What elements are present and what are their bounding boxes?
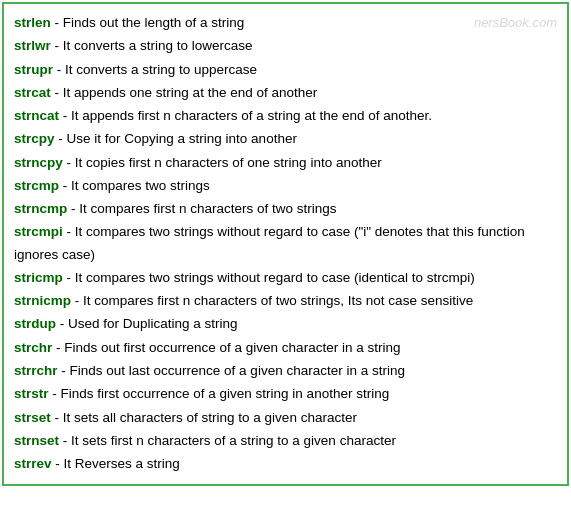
func-name: strstr [14, 386, 49, 401]
list-item: strnset - It sets first n characters of … [14, 430, 557, 452]
func-name: strnicmp [14, 293, 71, 308]
list-item: stricmp - It compares two strings withou… [14, 267, 557, 289]
func-name: strdup [14, 316, 56, 331]
entries-list: strlen - Finds out the length of a strin… [14, 12, 557, 475]
list-item: strncpy - It copies first n characters o… [14, 152, 557, 174]
list-item: strnicmp - It compares first n character… [14, 290, 557, 312]
func-name: strlen [14, 15, 51, 30]
func-desc: - It sets first n characters of a string… [59, 433, 396, 448]
func-desc: - Finds out last occurrence of a given c… [58, 363, 405, 378]
func-desc: - Use it for Copying a string into anoth… [55, 131, 297, 146]
func-name: strcat [14, 85, 51, 100]
func-desc: - It compares first n characters of two … [71, 293, 473, 308]
list-item: strrev - It Reverses a string [14, 453, 557, 475]
func-name: strncpy [14, 155, 63, 170]
list-item: strdup - Used for Duplicating a string [14, 313, 557, 335]
func-desc: - Finds out first occurrence of a given … [52, 340, 400, 355]
func-desc: - Finds first occurrence of a given stri… [49, 386, 390, 401]
func-desc: - It sets all characters of string to a … [51, 410, 357, 425]
func-name: strset [14, 410, 51, 425]
func-name: strcpy [14, 131, 55, 146]
func-desc: - Finds out the length of a string [51, 15, 245, 30]
list-item: strset - It sets all characters of strin… [14, 407, 557, 429]
func-name: strnset [14, 433, 59, 448]
list-item: strstr - Finds first occurrence of a giv… [14, 383, 557, 405]
func-desc: - It appends first n characters of a str… [59, 108, 432, 123]
list-item: strrchr - Finds out last occurrence of a… [14, 360, 557, 382]
func-desc: - It compares two strings without regard… [14, 224, 525, 261]
func-name: strcmpi [14, 224, 63, 239]
func-name: strlwr [14, 38, 51, 53]
func-name: strupr [14, 62, 53, 77]
func-name: strncat [14, 108, 59, 123]
list-item: strlen - Finds out the length of a strin… [14, 12, 557, 34]
func-name: stricmp [14, 270, 63, 285]
func-desc: - It converts a string to uppercase [53, 62, 257, 77]
content-container: nersBook.com strlen - Finds out the leng… [2, 2, 569, 486]
func-desc: - It compares two strings without regard… [63, 270, 475, 285]
list-item: strlwr - It converts a string to lowerca… [14, 35, 557, 57]
list-item: strupr - It converts a string to upperca… [14, 59, 557, 81]
list-item: strcpy - Use it for Copying a string int… [14, 128, 557, 150]
func-name: strcmp [14, 178, 59, 193]
func-desc: - It Reverses a string [52, 456, 180, 471]
func-name: strchr [14, 340, 52, 355]
func-name: strrchr [14, 363, 58, 378]
list-item: strncmp - It compares first n characters… [14, 198, 557, 220]
list-item: strcmpi - It compares two strings withou… [14, 221, 557, 266]
func-desc: - It copies first n characters of one st… [63, 155, 382, 170]
func-desc: - Used for Duplicating a string [56, 316, 238, 331]
func-desc: - It compares first n characters of two … [67, 201, 336, 216]
func-name: strrev [14, 456, 52, 471]
list-item: strncat - It appends first n characters … [14, 105, 557, 127]
list-item: strcmp - It compares two strings [14, 175, 557, 197]
list-item: strcat - It appends one string at the en… [14, 82, 557, 104]
func-desc: - It compares two strings [59, 178, 210, 193]
func-desc: - It appends one string at the end of an… [51, 85, 317, 100]
func-name: strncmp [14, 201, 67, 216]
func-desc: - It converts a string to lowercase [51, 38, 253, 53]
list-item: strchr - Finds out first occurrence of a… [14, 337, 557, 359]
